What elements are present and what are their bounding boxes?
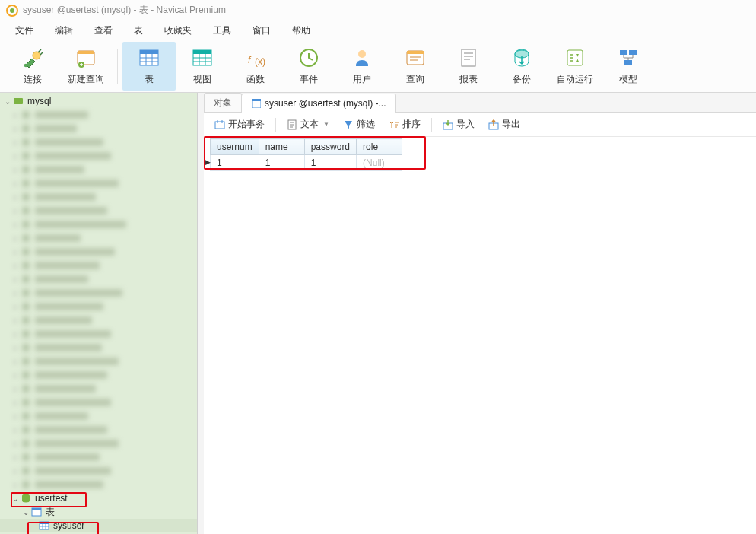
col-header[interactable]: name	[259, 139, 304, 155]
connection-tree[interactable]: ⌄ mysql ›››››››››››››››››››››››››››› ⌄ u…	[0, 93, 197, 534]
grid-header-row: usernum name password role	[211, 139, 402, 155]
import-icon	[443, 119, 453, 130]
tool-report[interactable]: 报表	[442, 42, 495, 91]
table-icon	[38, 520, 50, 531]
cell[interactable]: 1	[259, 155, 304, 171]
tree-database-blurred: ›	[0, 149, 197, 163]
tree-database-blurred: ›	[0, 409, 197, 423]
tool-new-query[interactable]: 新建查询	[59, 42, 113, 91]
action-label: 文本	[300, 118, 319, 131]
tree-database-blurred: ›	[0, 423, 197, 437]
node-label: mysql	[27, 96, 51, 106]
tool-backup[interactable]: 备份	[495, 42, 548, 91]
tree-table-sysuser[interactable]: sysuser	[0, 519, 197, 532]
plug-icon	[21, 46, 45, 70]
backup-icon	[510, 46, 534, 70]
cell[interactable]: 1	[211, 155, 259, 171]
svg-rect-20	[620, 50, 627, 55]
menubar: 文件 编辑 查看 表 收藏夹 工具 窗口 帮助	[0, 21, 756, 40]
svg-rect-19	[567, 50, 583, 65]
tool-label: 自动运行	[557, 73, 593, 86]
toolbar-separator	[117, 49, 118, 84]
action-sort[interactable]: 排序	[384, 116, 425, 133]
tool-label: 用户	[353, 73, 371, 86]
menu-table[interactable]: 表	[123, 22, 154, 40]
action-label: 排序	[402, 118, 421, 131]
tool-label: 查询	[406, 73, 424, 86]
tree-database-blurred: ›	[0, 245, 197, 259]
action-export[interactable]: 导出	[484, 116, 525, 133]
tool-label: 表	[145, 73, 154, 86]
main: ⌄ mysql ›››››››››››››››››››››››››››› ⌄ u…	[0, 93, 756, 534]
chevron-down-icon[interactable]: ▼	[323, 121, 329, 128]
tool-user[interactable]: 用户	[335, 42, 389, 91]
database-icon	[20, 493, 32, 504]
tree-tables-folder[interactable]: ⌄ 表	[0, 505, 197, 519]
view-icon	[190, 46, 214, 70]
text-icon	[287, 119, 297, 130]
tab-objects[interactable]: 对象	[204, 93, 242, 112]
tree-database-blurred: ›	[0, 108, 197, 122]
menu-file[interactable]: 文件	[5, 22, 44, 40]
action-import[interactable]: 导入	[438, 116, 479, 133]
report-icon	[456, 46, 481, 70]
chevron-down-icon[interactable]: ⌄	[3, 97, 12, 106]
app-icon	[6, 5, 18, 17]
tool-label: 视图	[193, 73, 211, 86]
tool-label: 事件	[300, 73, 318, 86]
query-icon	[403, 46, 427, 70]
tree-database-blurred: ›	[0, 341, 197, 354]
tree-database-blurred: ›	[0, 204, 197, 218]
tool-function[interactable]: f(x) 函数	[229, 42, 282, 91]
svg-rect-5	[78, 51, 94, 54]
tool-label: 函数	[246, 73, 265, 86]
svg-rect-56	[40, 522, 49, 524]
toolbar: 连接 新建查询 表 视图 f(x) 函数 事件 用户 查询 报表 备份 自动运行	[0, 40, 756, 93]
row-pointer-icon: ▶	[205, 158, 211, 166]
chevron-down-icon[interactable]: ⌄	[21, 508, 30, 517]
menu-edit[interactable]: 编辑	[44, 22, 84, 40]
action-text[interactable]: 文本 ▼	[282, 116, 334, 133]
svg-point-14	[358, 50, 366, 58]
cell[interactable]: 1	[304, 155, 356, 171]
tree-database-blurred: ›	[0, 478, 197, 491]
tool-model[interactable]: 模型	[602, 42, 655, 91]
data-grid[interactable]: usernum name password role 1 1 1 (Null)	[210, 138, 402, 171]
col-header[interactable]: usernum	[211, 139, 259, 155]
menu-favorites[interactable]: 收藏夹	[154, 22, 202, 40]
data-grid-wrap: usernum name password role 1 1 1 (Null) …	[204, 137, 756, 171]
action-label: 导入	[456, 118, 475, 131]
table-folder-icon	[30, 507, 43, 517]
action-filter[interactable]: 筛选	[338, 116, 380, 133]
menu-view[interactable]: 查看	[84, 22, 123, 40]
tree-database-blurred: ›	[0, 176, 197, 190]
menu-window[interactable]: 窗口	[242, 22, 281, 40]
tool-event[interactable]: 事件	[282, 42, 335, 91]
tool-view[interactable]: 视图	[176, 42, 229, 91]
svg-rect-21	[629, 50, 637, 55]
separator	[431, 118, 432, 132]
tool-table[interactable]: 表	[122, 42, 176, 91]
table-row[interactable]: 1 1 1 (Null)	[211, 155, 402, 171]
action-begin-transaction[interactable]: 开始事务	[210, 116, 269, 133]
tool-auto[interactable]: 自动运行	[548, 42, 602, 91]
tab-data[interactable]: sysuser @usertest (mysql) -...	[241, 94, 396, 113]
svg-point-2	[33, 52, 40, 59]
tree-database-blurred: ›	[0, 190, 197, 204]
titlebar: sysuser @usertest (mysql) - 表 - Navicat …	[0, 0, 756, 21]
menu-tools[interactable]: 工具	[202, 22, 242, 40]
splitter[interactable]	[198, 93, 204, 534]
tree-connection[interactable]: ⌄ mysql	[0, 94, 197, 108]
tool-connect[interactable]: 连接	[6, 42, 59, 91]
tool-label: 报表	[459, 73, 478, 86]
tool-query[interactable]: 查询	[389, 42, 442, 91]
svg-rect-67	[215, 122, 224, 129]
node-label: usertest	[35, 493, 68, 504]
menu-help[interactable]: 帮助	[281, 22, 321, 40]
col-header[interactable]: role	[357, 139, 402, 155]
cell-null[interactable]: (Null)	[357, 155, 402, 171]
tree-database-usertest[interactable]: ⌄ usertest	[0, 491, 197, 505]
col-header[interactable]: password	[304, 139, 356, 155]
node-label: sysuser	[53, 520, 84, 531]
chevron-down-icon[interactable]: ⌄	[11, 494, 20, 503]
